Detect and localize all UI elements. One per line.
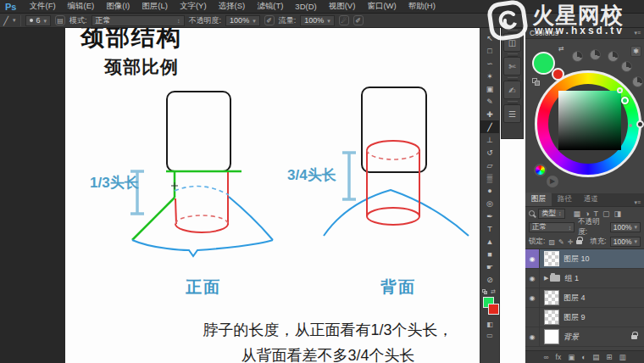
magic-wand-tool[interactable]: ✶: [480, 70, 499, 82]
move-tool[interactable]: ↖: [480, 31, 499, 44]
new-group-icon[interactable]: ▤: [592, 353, 599, 361]
menu-help[interactable]: 帮助(H): [402, 1, 441, 12]
blend-mode-select[interactable]: 正常 ↕: [92, 15, 185, 26]
lock-position-icon[interactable]: ✛: [568, 238, 574, 246]
menu-window[interactable]: 窗口(W): [361, 1, 402, 12]
layer-thumbnail[interactable]: [544, 290, 559, 305]
gear-icon[interactable]: ✱: [630, 46, 641, 57]
layer-thumbnail[interactable]: [544, 251, 559, 266]
wheel-edge-handle[interactable]: [636, 120, 644, 128]
copy-color-icon[interactable]: [532, 78, 540, 86]
background-color-circle[interactable]: [552, 68, 564, 81]
color-wheel-icon[interactable]: [534, 164, 547, 176]
lock-transparency-icon[interactable]: ▨: [548, 238, 555, 246]
airbrush-icon[interactable]: ☄: [339, 15, 349, 25]
tool-presets-panel[interactable]: ✄: [503, 57, 521, 75]
coolorus-tab[interactable]: Coolorus: [525, 29, 558, 37]
adjustments-panel[interactable]: ☰: [503, 104, 521, 123]
swap-colors-icon[interactable]: ⇄: [491, 288, 496, 295]
eyedropper-tool[interactable]: ✎: [480, 95, 499, 108]
tab-paths[interactable]: 路径: [552, 193, 578, 206]
default-colors-icon[interactable]: [482, 289, 488, 295]
link-layers-icon[interactable]: ∞: [543, 353, 548, 361]
hue-selector-dot[interactable]: [621, 97, 629, 104]
layer-row-group1[interactable]: ◉ ▶ 组 1: [525, 269, 644, 288]
background-color-swatch[interactable]: [488, 304, 499, 315]
tab-channels[interactable]: 通道: [578, 193, 604, 206]
pen-tool[interactable]: ✒: [480, 209, 499, 222]
saturation-value-square[interactable]: [558, 91, 621, 150]
menu-image[interactable]: 图像(I): [100, 1, 136, 12]
adjustment-filter-icon[interactable]: ◑: [585, 209, 589, 218]
hand-tool[interactable]: ☛: [480, 260, 499, 273]
healing-brush-tool[interactable]: ✚: [480, 108, 499, 120]
pressure-size-icon[interactable]: ✐: [353, 15, 364, 25]
pixel-filter-icon[interactable]: ▦: [574, 209, 581, 218]
shape-filter-icon[interactable]: ▢: [602, 209, 610, 218]
shape-tool[interactable]: ■: [480, 248, 499, 260]
expand-group-icon[interactable]: ▶: [544, 275, 548, 282]
layer-thumbnail[interactable]: [544, 329, 559, 344]
layer-row-background[interactable]: ◉ 背景: [525, 327, 644, 347]
menu-3d[interactable]: 3D(D): [289, 2, 322, 11]
dial-icon[interactable]: [572, 51, 583, 62]
dial-icon[interactable]: [632, 76, 643, 87]
layer-row-tuceng4[interactable]: ◉ 图层 4: [525, 288, 644, 308]
menu-edit[interactable]: 编辑(E): [62, 1, 101, 12]
flow-select[interactable]: 100% ▾: [300, 15, 335, 26]
panel-menu-icon[interactable]: ▾≡: [634, 30, 644, 36]
crop-tool[interactable]: ▣: [480, 82, 499, 95]
visibility-eye-icon[interactable]: ◉: [525, 288, 540, 307]
brush-presets-panel[interactable]: ✍: [503, 81, 521, 99]
menu-filter[interactable]: 滤镜(T): [251, 1, 289, 12]
menu-layer[interactable]: 图层(L): [136, 1, 174, 12]
brush-tool-preset-icon[interactable]: ╱: [3, 16, 8, 25]
zoom-tool[interactable]: ⊘: [480, 273, 499, 286]
gradient-tool[interactable]: ▒: [480, 171, 499, 184]
adjustment-layer-icon[interactable]: ◐: [581, 353, 586, 361]
brush-size-picker[interactable]: 6 ▾: [25, 15, 52, 26]
dial-icon[interactable]: [608, 51, 619, 62]
layer-style-icon[interactable]: fx: [556, 353, 562, 361]
clone-stamp-tool[interactable]: ⊥: [480, 133, 499, 146]
menu-select[interactable]: 选择(S): [213, 1, 252, 12]
path-select-tool[interactable]: ▲: [480, 235, 499, 248]
foreground-color-circle[interactable]: [532, 52, 555, 75]
swap-colors-icon[interactable]: ⇄: [558, 45, 564, 53]
layer-row-tuceng9[interactable]: 图层 9: [525, 308, 644, 327]
smart-object-filter-icon[interactable]: ◨: [613, 209, 621, 218]
brush-preset-arrow[interactable]: ▾: [13, 17, 16, 24]
visibility-eye-icon-off[interactable]: [525, 308, 540, 327]
lasso-tool[interactable]: ∽: [480, 57, 499, 70]
eraser-tool[interactable]: ▱: [480, 159, 499, 171]
type-filter-icon[interactable]: T: [593, 209, 598, 218]
play-icon[interactable]: ▶: [547, 176, 558, 187]
layer-mask-icon[interactable]: ▣: [568, 353, 575, 361]
dial-icon[interactable]: [621, 61, 632, 72]
menu-file[interactable]: 文件(F): [23, 1, 61, 12]
filter-type-select[interactable]: 类型 ↕: [538, 209, 565, 219]
clone-source-panel[interactable]: ◫: [503, 33, 521, 52]
screen-mode-button[interactable]: ▭: [480, 330, 499, 341]
marquee-tool[interactable]: □: [480, 44, 499, 57]
dial-icon[interactable]: [590, 49, 601, 60]
menu-view[interactable]: 视图(V): [323, 1, 362, 12]
lock-paint-icon[interactable]: ✎: [558, 238, 564, 246]
layer-row-tuceng10[interactable]: ◉ 图层 10: [525, 249, 644, 269]
lock-all-icon[interactable]: [576, 240, 582, 244]
brush-tool[interactable]: ╱: [480, 120, 499, 133]
visibility-eye-icon[interactable]: ◉: [525, 249, 540, 268]
delete-layer-icon[interactable]: ▥: [619, 353, 625, 361]
sv-selector-dot[interactable]: [617, 87, 623, 93]
tab-layers[interactable]: 图层: [525, 193, 552, 206]
panel-menu-icon[interactable]: ▾≡: [634, 199, 644, 206]
dodge-tool[interactable]: ◎: [480, 197, 499, 209]
blur-tool[interactable]: ●: [480, 184, 499, 197]
history-brush-tool[interactable]: ↺: [480, 146, 499, 159]
layer-opacity-select[interactable]: 100% ▾: [610, 222, 641, 232]
fill-select[interactable]: 100% ▾: [610, 237, 641, 247]
blend-mode-select[interactable]: 正常 ↕: [529, 222, 575, 232]
new-layer-icon[interactable]: ⊞: [606, 353, 612, 361]
opacity-select[interactable]: 100% ▾: [225, 15, 260, 26]
quick-mask-button[interactable]: ◧: [480, 319, 499, 330]
